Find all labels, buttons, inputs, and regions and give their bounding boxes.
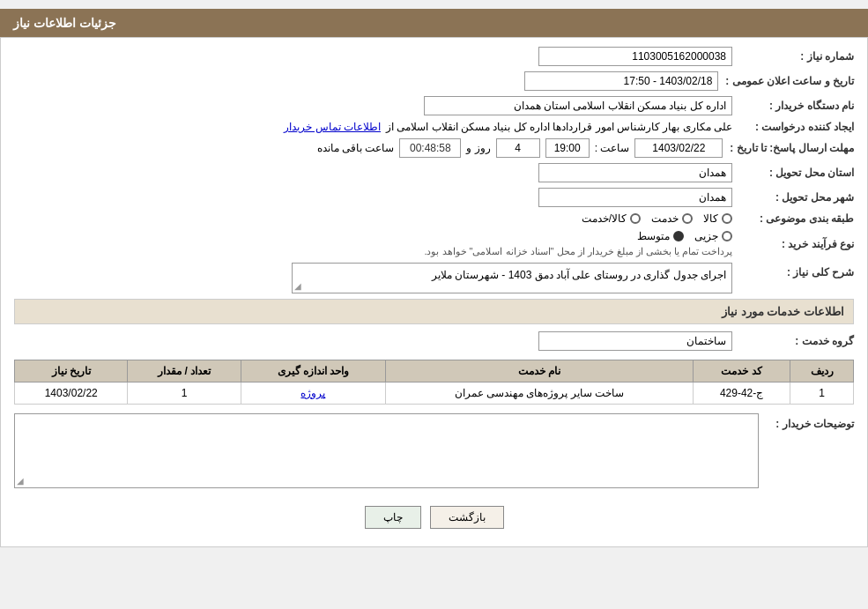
city-row: شهر محل تحویل : همدان: [14, 188, 854, 207]
purchase-type-row: نوع فرآیند خرید : جزیی متوسط پرداخت تمام…: [14, 230, 854, 257]
resize-handle-buyer: ◢: [17, 476, 24, 486]
services-section-title: اطلاعات خدمات مورد نیاز: [14, 299, 854, 324]
print-button[interactable]: چاپ: [365, 506, 421, 529]
announcement-date-row: تاریخ و ساعت اعلان عمومی : 1403/02/18 - …: [14, 71, 854, 91]
resize-handle: ◢: [294, 281, 301, 291]
deadline-date: 1403/02/22: [634, 138, 723, 158]
main-content: شماره نیاز : 1103005162000038 تاریخ و سا…: [0, 37, 868, 547]
cell-code: ج-42-429: [693, 382, 790, 405]
purchase-type-label: نوع فرآیند خرید :: [739, 238, 854, 250]
col-unit: واحد اندازه گیری: [241, 360, 385, 382]
table-row: 1ج-42-429ساخت سایر پروژه‌های مهندسی عمرا…: [15, 382, 854, 405]
buyer-org-value: اداره کل بنیاد مسکن انقلاب اسلامی استان …: [424, 96, 732, 115]
category-kala-khedmat-label: کالا/خدمت: [582, 212, 627, 225]
service-group-label: گروه خدمت :: [739, 335, 854, 347]
service-group-row: گروه خدمت : ساختمان: [14, 331, 854, 351]
days-count: 4: [496, 138, 540, 158]
province-row: استان محل تحویل : همدان: [14, 163, 854, 182]
deadline-values: 1403/02/22 ساعت : 19:00 4 روز و 00:48:58…: [317, 138, 723, 158]
page-title: جزئیات اطلاعات نیاز: [13, 16, 116, 30]
radio-khedmat: [682, 213, 693, 224]
requester-label: ایجاد کننده درخواست :: [739, 121, 854, 133]
buyer-desc-container: ◢: [14, 413, 759, 488]
deadline-label: مهلت ارسال پاسخ: تا تاریخ :: [730, 142, 854, 154]
purchase-note: پرداخت تمام یا بخشی از مبلغ خریدار از مح…: [424, 246, 732, 257]
col-count: تعداد / مقدار: [128, 360, 241, 382]
page-header: جزئیات اطلاعات نیاز: [0, 9, 868, 37]
table-header-row: ردیف کد خدمت نام خدمت واحد اندازه گیری ت…: [15, 360, 854, 382]
cell-date: 1403/02/22: [15, 382, 128, 405]
days-label: روز و: [466, 142, 490, 154]
cell-count: 1: [128, 382, 241, 405]
purchase-motavaset-label: متوسط: [637, 230, 670, 242]
buyer-org-label: نام دستگاه خریدار :: [739, 100, 854, 112]
purchase-option-motavaset[interactable]: متوسط: [637, 230, 684, 242]
buyer-desc-textarea[interactable]: [15, 414, 758, 485]
cell-unit: پروژه: [241, 382, 385, 405]
time-label: ساعت :: [595, 142, 630, 154]
category-option-khedmat[interactable]: خدمت: [651, 212, 693, 225]
purchase-option-jozi[interactable]: جزیی: [694, 230, 732, 242]
buyer-desc-row: توضیحات خریدار : ◢: [14, 413, 854, 488]
description-row: شرح کلی نیاز : اجرای جدول گذاری در روستا…: [14, 263, 854, 293]
purchase-options: جزیی متوسط: [424, 230, 732, 242]
col-code: کد خدمت: [693, 360, 790, 382]
services-table: ردیف کد خدمت نام خدمت واحد اندازه گیری ت…: [14, 360, 854, 405]
category-option-kala[interactable]: کالا: [703, 212, 732, 225]
action-buttons: بازگشت چاپ: [14, 497, 854, 538]
category-options: کالا خدمت کالا/خدمت: [582, 212, 732, 225]
province-label: استان محل تحویل :: [739, 167, 854, 179]
back-button[interactable]: بازگشت: [430, 506, 504, 529]
city-value: همدان: [538, 188, 732, 207]
col-date: تاریخ نیاز: [15, 360, 128, 382]
remaining-label: ساعت باقی مانده: [317, 142, 395, 154]
buyer-org-row: نام دستگاه خریدار : اداره کل بنیاد مسکن …: [14, 96, 854, 115]
col-row: ردیف: [790, 360, 854, 382]
purchase-jozi-label: جزیی: [694, 230, 718, 242]
announcement-label: تاریخ و ساعت اعلان عمومی :: [725, 75, 854, 87]
requester-contact-link[interactable]: اطلاعات تماس خریدار: [284, 121, 381, 133]
city-label: شهر محل تحویل :: [739, 191, 854, 204]
request-number-value: 1103005162000038: [538, 47, 732, 66]
page-wrapper: جزئیات اطلاعات نیاز شماره نیاز : 1103005…: [0, 9, 868, 547]
buyer-desc-label: توضیحات خریدار :: [766, 413, 854, 430]
request-number-label: شماره نیاز :: [739, 50, 854, 63]
announcement-value: 1403/02/18 - 17:50: [524, 71, 718, 91]
category-khedmat-label: خدمت: [651, 212, 679, 225]
category-option-kala-khedmat[interactable]: کالا/خدمت: [582, 212, 641, 225]
requester-value: علی مکاری بهار کارشناس امور قراردادها اد…: [386, 121, 732, 133]
col-name: نام خدمت: [386, 360, 694, 382]
category-label: طبقه بندی موضوعی :: [739, 212, 854, 225]
cell-row: 1: [790, 382, 854, 405]
radio-jozi: [722, 231, 732, 241]
radio-motavaset: [673, 231, 684, 241]
deadline-row: مهلت ارسال پاسخ: تا تاریخ : 1403/02/22 س…: [14, 138, 854, 158]
remaining-timer: 00:48:58: [399, 138, 461, 158]
province-value: همدان: [538, 163, 732, 182]
category-row: طبقه بندی موضوعی : کالا خدمت کالا/خدمت: [14, 212, 854, 225]
description-value: اجرای جدول گذاری در روستای علی آباد دمق …: [292, 263, 732, 293]
radio-kala-khedmat: [630, 213, 641, 224]
deadline-time: 19:00: [545, 138, 590, 158]
description-label: شرح کلی نیاز :: [739, 263, 854, 279]
requester-row: ایجاد کننده درخواست : علی مکاری بهار کار…: [14, 121, 854, 133]
cell-name: ساخت سایر پروژه‌های مهندسی عمران: [386, 382, 694, 405]
service-group-value: ساختمان: [538, 331, 732, 351]
request-number-row: شماره نیاز : 1103005162000038: [14, 47, 854, 66]
category-kala-label: کالا: [703, 212, 718, 225]
radio-kala: [722, 213, 732, 224]
